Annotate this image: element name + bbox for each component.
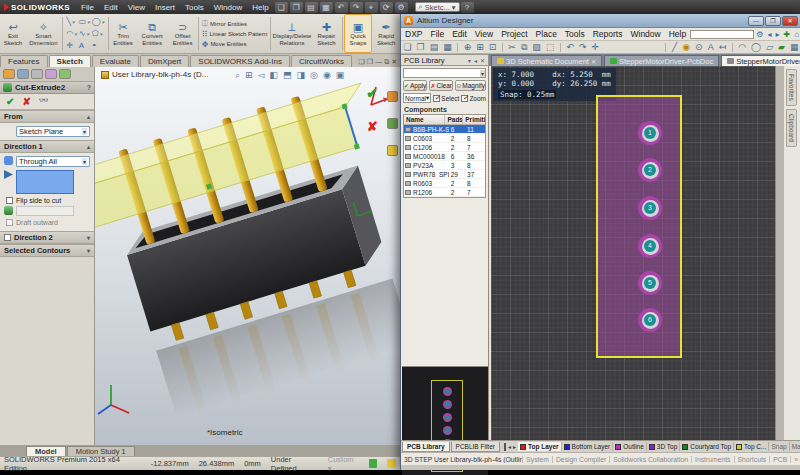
draft-icon[interactable] (4, 206, 13, 215)
pad-5[interactable]: 5 (638, 271, 662, 295)
more-button[interactable]: » (790, 456, 800, 463)
pad-6[interactable]: 6 (638, 308, 662, 332)
layer-tab-top[interactable]: Top Layer (518, 442, 562, 451)
canvas-scrollbar[interactable] (775, 66, 784, 440)
open-icon[interactable]: ❐ (290, 2, 303, 13)
menu-reports[interactable]: Reports (589, 29, 627, 39)
pcb-button[interactable]: PCB (769, 456, 790, 463)
restore-icon[interactable]: ⧉ (384, 58, 389, 66)
component-row[interactable]: C0603 2 8 (404, 134, 485, 143)
feature-manager-tab-icon[interactable] (3, 69, 15, 79)
close-icon[interactable]: ✕ (391, 58, 397, 66)
ok-button[interactable]: ✔ (6, 96, 14, 107)
minimize-button[interactable]: — (748, 16, 764, 26)
detailed-preview-icon[interactable]: 👓 (39, 96, 49, 107)
section-direction2[interactable]: Direction 2 ▾ (0, 231, 94, 244)
menu-dxp[interactable]: DXP (401, 29, 426, 39)
component-row[interactable]: PWR78_SPL8 29 37 (404, 170, 485, 179)
component-row[interactable]: C1206 2 7 (404, 143, 485, 152)
place-polygon-icon[interactable]: ▰ (776, 42, 788, 52)
close-button[interactable]: ✕ (782, 16, 798, 26)
new-icon[interactable]: ❏ (401, 42, 414, 52)
rapid-sketch-button[interactable]: ✒ Rapid Sketch (372, 14, 400, 53)
redo-icon[interactable]: ↷ (576, 42, 589, 52)
mask-level-button[interactable]: Mask Level (790, 442, 800, 451)
tab-evaluate[interactable]: Evaluate (92, 55, 139, 67)
start-condition-select[interactable]: Sketch Plane ▾ (16, 126, 90, 137)
instruments-button[interactable]: Instruments (691, 456, 734, 463)
display-delete-relations-button[interactable]: ⟂ Display/Delete Relations (272, 14, 312, 53)
tab-dimxpert[interactable]: DimXpert (140, 55, 189, 67)
new-file-icon[interactable]: ❏ (275, 2, 288, 13)
column-primitives[interactable]: Primitiv... (463, 115, 485, 124)
section-direction1[interactable]: Direction 1 ▴ (0, 140, 94, 153)
layer-tab-3d-top[interactable]: 3D Top (647, 442, 680, 451)
zoom-area-icon[interactable]: ⊞ (474, 42, 487, 52)
open-icon[interactable]: ❐ (414, 42, 427, 52)
solidworks-collaboration-button[interactable]: Solidworks Collaboration (609, 456, 691, 463)
zoom-checkbox[interactable]: Zoom (461, 95, 486, 102)
menu-window[interactable]: Window (626, 29, 664, 39)
dimxpert-manager-tab-icon[interactable] (45, 69, 57, 79)
tab-pcbdoc[interactable]: StepperMotorDriver-PcbDoc (604, 55, 719, 66)
tab-features[interactable]: Features (0, 55, 48, 67)
resources-tab-icon[interactable] (387, 91, 398, 102)
place-arc-icon[interactable]: ◠ (736, 42, 749, 52)
menu-file[interactable]: File (426, 29, 448, 39)
cascade-icon[interactable]: ❏ (359, 58, 365, 66)
file-explorer-tab-icon[interactable] (387, 145, 398, 156)
offset-entities-button[interactable]: ⊃ Offset Entities (168, 14, 197, 53)
flip-side-checkbox[interactable]: Flip side to cut (6, 197, 90, 204)
place-pad-icon[interactable]: ◉ (680, 42, 693, 52)
print-icon[interactable]: ▦ (441, 42, 455, 52)
connector-3d-model[interactable] (95, 67, 400, 445)
sketch-ellipse-icon[interactable]: ◓ (91, 40, 105, 52)
mirror-entities-button[interactable]: ⎅ Mirror Entities (202, 19, 268, 29)
array-icon[interactable]: ▦ (787, 42, 800, 52)
section-from[interactable]: From ▴ (0, 110, 94, 123)
menu-tools[interactable]: Tools (180, 3, 209, 12)
panel-tab-pcblib-filter[interactable]: PCBLIB Filter (451, 442, 500, 452)
move-entities-button[interactable]: ✥ Move Entities (202, 40, 268, 49)
system-button[interactable]: System (522, 456, 552, 463)
menu-insert[interactable]: Insert (150, 3, 180, 12)
paste-icon[interactable]: ▨ (530, 42, 544, 52)
select-icon[interactable]: ⌖ (365, 2, 378, 13)
pcb-library-panel-header[interactable]: PCB Library ▾ ◂ ✕ (401, 54, 489, 66)
quick-snaps-button[interactable]: ▣ Quick Snaps (344, 14, 373, 53)
sketch-spline-icon[interactable]: ∿▾ (78, 28, 91, 40)
cancel-sketch-button[interactable]: ✘ (367, 119, 378, 134)
menu-edit[interactable]: Edit (99, 3, 123, 12)
smart-dimension-button[interactable]: ✧ Smart Dimension (26, 14, 61, 53)
customize-icon[interactable]: ✚ (781, 30, 792, 39)
pad-1[interactable]: 1 (638, 121, 662, 145)
menu-file[interactable]: File (76, 3, 99, 12)
help-icon[interactable]: ? (461, 2, 474, 13)
menu-help[interactable]: Help (665, 29, 690, 39)
reverse-direction-icon[interactable] (4, 156, 13, 165)
pad-4[interactable]: 4 (638, 234, 662, 258)
chevron-down-icon[interactable]: ▾ (468, 57, 471, 64)
pcb-editor-canvas[interactable]: x: 7.000 dx: 5.250 mm y: 0.000 dy: 26.25… (491, 66, 775, 440)
custom-dropdown[interactable]: Custom ▾ (328, 455, 359, 473)
layer-tab-bottom[interactable]: Bottom Layer (562, 442, 614, 451)
menu-tools[interactable]: Tools (561, 29, 589, 39)
draft-outward-checkbox[interactable]: Draft outward (6, 219, 90, 226)
place-fill-icon[interactable]: ▱ (764, 42, 776, 52)
direction-reference-field[interactable] (16, 170, 74, 194)
linear-pattern-button[interactable]: ⠿ Linear Sketch Pattern (202, 30, 268, 39)
property-manager-tab-icon[interactable] (17, 69, 29, 79)
search-box[interactable]: ⌕ Sketc... ▾ (415, 2, 460, 12)
place-via-icon[interactable]: ⊙ (693, 42, 706, 52)
components-table-header[interactable]: Name Pads Primitiv... (404, 115, 485, 125)
panel-tab-pcb-library[interactable]: PCB Library (402, 442, 450, 452)
end-condition-select[interactable]: Through All ▾ (16, 156, 90, 167)
cross-probe-icon[interactable]: ✛ (589, 42, 602, 52)
menu-view[interactable]: View (123, 3, 150, 12)
place-dimension-icon[interactable]: ↤ (716, 42, 729, 52)
mask-select[interactable]: ▾ (403, 68, 486, 78)
copy-icon[interactable]: ⧉ (518, 42, 529, 53)
menu-view[interactable]: View (471, 29, 497, 39)
undo-icon[interactable]: ↶ (564, 42, 577, 52)
tab-pcblib[interactable]: StepperMotorDriver.PcbLib * (721, 55, 800, 66)
